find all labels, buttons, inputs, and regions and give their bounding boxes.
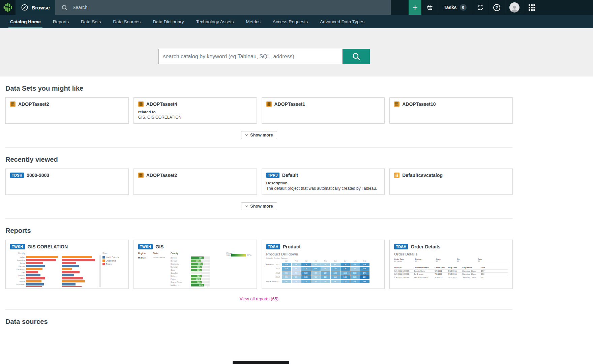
asset-subtext-value: GIS, GIS CORELATION (138, 115, 252, 120)
col-header-county: County (171, 252, 191, 256)
heatmap-cell: 9K (311, 275, 321, 279)
bar (26, 268, 42, 270)
table-cell: CA-2011-100090 (394, 273, 414, 275)
asset-card-adoptasset10[interactable]: ADOPTasset10 (389, 97, 513, 124)
legend-label: Texas (106, 263, 112, 265)
pct-value: 20% (196, 278, 200, 280)
bar-panel (26, 256, 62, 258)
asset-title[interactable]: 2000-2003 (27, 173, 49, 178)
asset-card-default[interactable]: TPRJDefaultDescriptionThe default projec… (262, 169, 385, 195)
bar (62, 280, 85, 282)
user-avatar-button[interactable] (505, 0, 524, 15)
pct-value: 21% (197, 275, 201, 277)
nav-item-data-dictionary[interactable]: Data Dictionary (147, 15, 190, 28)
filter-value: All (478, 260, 480, 262)
catalog-search-button[interactable] (343, 49, 370, 64)
heatmap-cell: 9K (321, 267, 330, 271)
nav-item-advanced-data-types[interactable]: Advanced Data Types (314, 15, 370, 28)
bar (62, 262, 76, 264)
bar-panel (26, 265, 62, 267)
bar-row-bell: Bell (10, 271, 124, 274)
heatmap-row: 20148K9K13K9K11K11K13K12K16K (266, 275, 380, 279)
asset-card-2000-2003[interactable]: TDSH2000-2003 (5, 169, 129, 195)
filter-region[interactable]: RegionAll (415, 258, 436, 262)
nav-item-metrics[interactable]: Metrics (240, 15, 267, 28)
pct-bar-fill: 25% (191, 256, 204, 259)
asset-card-defaultcsvcatalog[interactable]: Defaultcsvcatalog (389, 169, 513, 195)
report-card-gis-corelation[interactable]: TWSHGIS CORELATIONCountyAdairAngelinaAto… (5, 240, 129, 289)
column-header: County (10, 252, 26, 255)
nav-item-catalog-home[interactable]: Catalog Home (4, 15, 47, 28)
section-reports: Reports TWSHGIS CORELATIONCountyAdairAng… (5, 218, 513, 301)
pct-value: 21% (197, 281, 201, 283)
nav-item-data-sources[interactable]: Data Sources (107, 15, 147, 28)
bar-row-label: Bell (10, 271, 26, 273)
asset-title[interactable]: ADOPTasset1 (274, 101, 305, 107)
show-more-recent-button[interactable]: Show more (241, 202, 277, 210)
section-datasets: Data Sets you might like ADOPTasset2ADOP… (5, 77, 513, 139)
asset-title[interactable]: ADOPTasset2 (18, 101, 49, 107)
category-label: Office Supplies (266, 280, 276, 282)
report-title[interactable]: GIS CORELATION (28, 244, 68, 249)
heatmap-cell: 13K (301, 271, 311, 275)
browse-button[interactable]: Browse (16, 0, 55, 15)
bar-row-label: Adair (10, 256, 26, 258)
bar-row-bottineau: Bottineau (10, 283, 124, 286)
asset-card-adoptasset1[interactable]: ADOPTasset1 (262, 97, 385, 124)
filter-state[interactable]: StateAll (436, 258, 457, 262)
show-more-datasets-button[interactable]: Show more (241, 131, 277, 139)
asset-card-adoptasset2[interactable]: ADOPTasset2 (5, 97, 129, 124)
compose-button[interactable]: + (409, 0, 421, 15)
report-thumbnail: Primary15%37%RegionStateCountyMidwestNor… (138, 252, 252, 287)
year-label: 2013 (276, 272, 282, 274)
asset-title[interactable]: ADOPTasset10 (402, 101, 436, 107)
avatar (509, 2, 520, 12)
alation-logo[interactable] (0, 0, 16, 15)
nav-item-data-sets[interactable]: Data Sets (75, 15, 107, 28)
table-cell: 9/7/2011 (435, 270, 448, 272)
filter-city[interactable]: CityAll (457, 258, 478, 262)
help-button[interactable]: ? (488, 0, 505, 15)
asset-title[interactable]: Defaultcsvcatalog (402, 173, 443, 178)
table-icon (394, 101, 399, 107)
schema-icon (394, 173, 399, 178)
heatmap-cell: 8K (282, 275, 291, 279)
nav-item-reports[interactable]: Reports (47, 15, 75, 28)
sync-button[interactable] (472, 0, 488, 15)
nav-item-access-requests[interactable]: Access Requests (267, 15, 314, 28)
table-row: CA-2011-100006Dennis Kane9/7/20119/13/20… (394, 269, 508, 273)
asset-title[interactable]: Default (282, 173, 298, 178)
basket-button[interactable] (421, 0, 438, 15)
app-grid-button[interactable] (524, 0, 539, 15)
report-card-product[interactable]: TDSHProductProduct DrilldownSales by Pro… (262, 240, 385, 289)
app-grid-icon (529, 4, 535, 11)
filter-order-date[interactable]: Order DateAll values (394, 258, 415, 262)
view-all-reports-link[interactable]: View all reports (65) (240, 296, 278, 301)
heatmap-cell: 7K (292, 271, 301, 275)
filter-cate[interactable]: CateAll (478, 258, 499, 262)
section-title-reports: Reports (5, 227, 513, 235)
object-type-badge: TDSH (394, 244, 408, 249)
tasks-button[interactable]: Tasks 0 (438, 0, 472, 15)
report-title[interactable]: Order Details (411, 244, 440, 249)
recent-cards: TDSH2000-2003ADOPTasset2TPRJDefaultDescr… (5, 169, 513, 195)
browse-label: Browse (31, 5, 50, 10)
bar-panel (26, 277, 62, 279)
asset-title[interactable]: ADOPTasset4 (146, 101, 177, 107)
report-card-gis[interactable]: TWSHGISPrimary15%37%RegionStateCountyMid… (134, 240, 257, 289)
col-header-order-id: Order ID (394, 267, 414, 269)
bar (26, 262, 43, 264)
legend-max: 37% (247, 254, 251, 256)
asset-card-adoptasset2[interactable]: ADOPTasset2 (134, 169, 257, 195)
category-label: Furniture (266, 264, 276, 266)
pct-bar-barnes: 25% (191, 256, 210, 259)
filter-value: All (415, 260, 417, 262)
report-card-order-details[interactable]: TDSHOrder DetailsOrder DetailsOrder Date… (389, 240, 513, 289)
report-title[interactable]: GIS (155, 244, 164, 249)
asset-card-adoptasset4[interactable]: ADOPTasset4related toGIS, GIS CORELATION (134, 97, 257, 124)
nav-item-technology-assets[interactable]: Technology Assets (190, 15, 240, 28)
catalog-search-input[interactable] (158, 49, 343, 64)
asset-title[interactable]: ADOPTasset2 (146, 173, 177, 178)
topbar-search[interactable]: Search (55, 0, 391, 15)
report-title[interactable]: Product (283, 244, 301, 249)
